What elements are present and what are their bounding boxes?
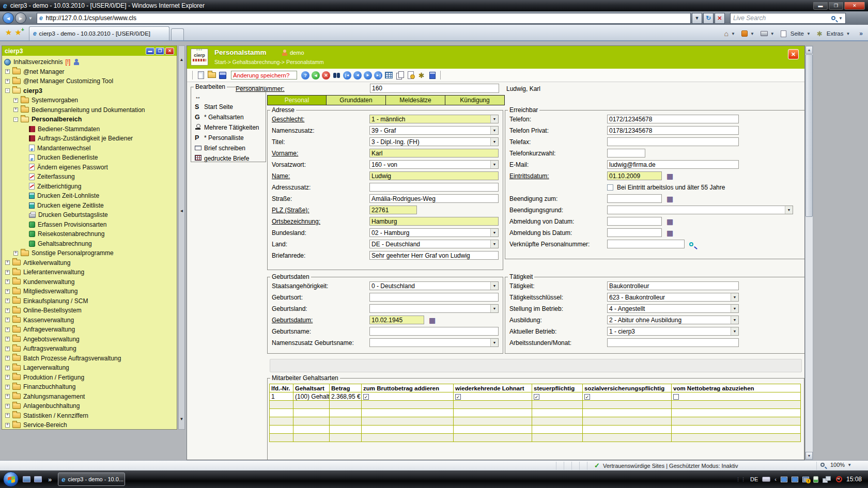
expand-icon[interactable]: +	[5, 298, 10, 303]
geburtsort-input[interactable]	[369, 293, 499, 302]
url-input[interactable]	[46, 14, 688, 22]
scrollbar-thumb[interactable]	[805, 54, 813, 217]
tree-item[interactable]: +@net Manager Customizing Tool	[2, 76, 177, 86]
tree-item[interactable]: +Lieferantenverwaltung	[2, 267, 177, 277]
tree-item[interactable]: +Angebotsverwaltung	[2, 335, 177, 344]
expand-icon[interactable]: +	[13, 98, 18, 103]
tools-gear-icon[interactable]: ✱	[817, 30, 823, 38]
checkbox[interactable]	[673, 394, 679, 400]
tree-item[interactable]: Drucken Geburtstagsliste	[2, 210, 177, 220]
checkbox[interactable]: ✓	[363, 394, 369, 400]
tree-item[interactable]: +Lagerverwaltung	[2, 363, 177, 373]
taskbar-window-button[interactable]: e cierp3 - demo - 10.0...	[58, 473, 125, 486]
tree-item[interactable]: +Kassenverwaltung	[2, 316, 177, 325]
scroll-down-icon[interactable]: ▼	[179, 417, 184, 421]
notes-button[interactable]	[428, 71, 437, 80]
checkbox[interactable]: ✓	[455, 394, 461, 400]
previous-record-button[interactable]: ◄	[353, 71, 362, 80]
strasse-input[interactable]	[369, 194, 499, 203]
language-indicator[interactable]: DE	[750, 476, 758, 482]
expand-icon[interactable]: +	[13, 107, 18, 112]
tree-item[interactable]: +Anfrageverwaltung	[2, 325, 177, 335]
telefax-input[interactable]	[607, 137, 739, 146]
search-dropdown-icon[interactable]: ▼	[839, 16, 843, 21]
tree-item[interactable]: +Zahlungsmanagement	[2, 392, 177, 402]
tree-item[interactable]: +Auftragsverwaltung	[2, 344, 177, 354]
taetigkeitsschluessel-select[interactable]: 623 - Baukontrolleur▼	[607, 293, 739, 302]
ausbildung-select[interactable]: 2 - Abitur ohne Ausbildung▼	[607, 316, 739, 324]
menu-item-gehaltsarten[interactable]: G* Gehaltsarten	[191, 112, 266, 122]
expand-icon[interactable]: +	[5, 375, 10, 380]
menu-item-start-seite[interactable]: SStart Seite	[191, 102, 266, 112]
add-favorite-icon[interactable]: ★+	[14, 28, 21, 37]
menu-item-gedruckte-briefe[interactable]: gedruckte Briefe	[191, 153, 266, 164]
checkbox[interactable]: ✓	[584, 394, 590, 400]
tray-app-icon[interactable]	[792, 477, 798, 482]
page-menu-label[interactable]: Seite	[791, 30, 804, 37]
edit-page-button[interactable]	[406, 71, 415, 80]
expand-icon[interactable]: +	[5, 404, 10, 408]
first-record-button[interactable]: |◄	[343, 71, 351, 80]
arbeitsstunden-input[interactable]	[607, 338, 739, 347]
tab-personal[interactable]: Personal	[267, 95, 327, 105]
tree-item[interactable]: +Kundenverwaltung	[2, 277, 177, 287]
tree-item[interactable]: Auftrags-Zuständigkeit je Bediener	[2, 134, 177, 144]
power-icon[interactable]	[813, 476, 818, 483]
titel-select[interactable]: 3 - Dipl.-Ing. (FH)▼	[369, 137, 499, 146]
table-row-empty[interactable]	[270, 434, 801, 442]
scroll-up-button[interactable]: ▲	[805, 46, 813, 54]
expand-icon[interactable]: +	[5, 394, 10, 399]
expand-icon[interactable]: +	[5, 270, 10, 275]
tray-warning-icon[interactable]	[802, 477, 809, 482]
copy-button[interactable]	[395, 71, 404, 80]
aktueller-betrieb-select[interactable]: 1 - cierp3▼	[607, 327, 739, 336]
abmeldung-bis-input[interactable]	[607, 228, 662, 237]
calendar-icon[interactable]: ▦	[667, 172, 673, 180]
print-icon[interactable]	[761, 31, 768, 36]
collapse-left-icon[interactable]: ◄	[179, 209, 184, 213]
collapse-icon[interactable]: -	[13, 117, 18, 122]
search-binoculars-button[interactable]	[332, 71, 341, 80]
table-row[interactable]: 1 (100) Gehalt 2.368,95 € ✓ ✓ ✓ ✓	[270, 392, 801, 401]
tree-item[interactable]: Gehaltsabrechnung	[2, 239, 177, 249]
tab-meldesaetze[interactable]: Meldesätze	[386, 95, 445, 105]
tree-item[interactable]: +Finanzbuchhaltung	[2, 382, 177, 392]
tree-item[interactable]: Bediener-Stammdaten	[2, 124, 177, 134]
namenszusatz-select[interactable]: 39 - Graf▼	[369, 126, 499, 135]
tree-item[interactable]: Ändern eigenes Passwort	[2, 163, 177, 172]
tree-item[interactable]: +Statistiken / Kennziffern	[2, 411, 177, 421]
app-close-button[interactable]: ✕	[788, 49, 799, 59]
tree-item[interactable]: +@net Manager	[2, 67, 177, 77]
expand-icon[interactable]: +	[5, 327, 10, 332]
home-dropdown-icon[interactable]: ▼	[731, 32, 735, 36]
back-record-button[interactable]: ◄	[312, 71, 320, 80]
geburtsland-select[interactable]: ▼	[369, 304, 499, 313]
back-button[interactable]: ◄	[3, 12, 14, 24]
vorsatzwort-select[interactable]: 160 - von▼	[369, 160, 499, 169]
sidebar-maximize-button[interactable]: ❐	[156, 48, 164, 55]
tab-grunddaten[interactable]: Grunddaten	[327, 95, 386, 105]
zoom-dropdown-icon[interactable]: ▼	[847, 463, 851, 467]
table-row-empty[interactable]	[270, 409, 801, 417]
expand-icon[interactable]: +	[13, 251, 18, 256]
land-select[interactable]: DE - Deutschland▼	[369, 240, 499, 248]
sidebar-close-button[interactable]: ✕	[165, 48, 174, 55]
arbeitslos-checkbox[interactable]	[607, 184, 613, 191]
tree-item[interactable]: +Artikelverwaltung	[2, 258, 177, 268]
print-dropdown-icon[interactable]: ▼	[770, 32, 774, 36]
new-document-button[interactable]	[196, 71, 205, 80]
staatsangehoerigkeit-select[interactable]: 0 - Deutschland▼	[369, 281, 499, 290]
settings-gear-button[interactable]: ✱	[417, 71, 426, 80]
expand-icon[interactable]: +	[5, 308, 10, 313]
save-button[interactable]	[218, 71, 227, 80]
zoom-control[interactable]: 100% ▼	[820, 462, 851, 468]
tree-item[interactable]: -Personalbereich	[2, 115, 177, 124]
menu-item-personalliste[interactable]: P* Personalliste	[191, 133, 266, 143]
beendigungsgrund-select[interactable]: ▼	[607, 206, 793, 214]
network-icon[interactable]	[823, 476, 831, 482]
calendar-icon[interactable]: ▦	[429, 317, 436, 324]
tree-item[interactable]: +Batch Prozesse Auftragsverwaltung	[2, 354, 177, 364]
forward-button[interactable]: ►	[15, 12, 26, 24]
tools-menu-label[interactable]: Extras	[827, 30, 844, 37]
tree-item[interactable]: Drucken Zeit-Lohnliste	[2, 191, 177, 201]
